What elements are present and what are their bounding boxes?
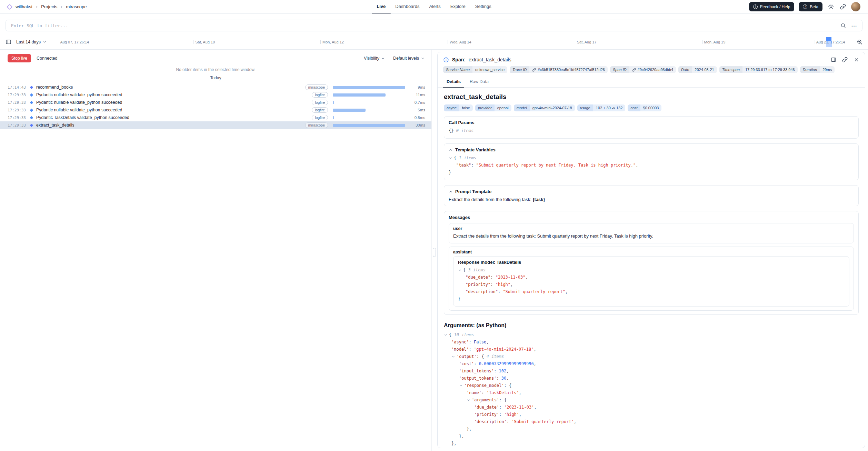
row-timestamp: 17:29:33 bbox=[8, 123, 30, 128]
org-logo-icon[interactable] bbox=[7, 4, 13, 10]
span-name: extract_task_details bbox=[469, 57, 511, 62]
copy-link-button[interactable] bbox=[842, 57, 848, 63]
beta-badge[interactable]: Beta bbox=[799, 2, 822, 11]
messages-title: Messages bbox=[449, 215, 854, 220]
badge[interactable]: cost$0.00003 bbox=[628, 104, 661, 111]
row-timestamp: 17:29:33 bbox=[8, 108, 30, 112]
badge[interactable]: Span ID#9c942620aa93dbb4 bbox=[610, 66, 676, 73]
default-levels-dropdown[interactable]: Default levels bbox=[393, 56, 425, 61]
collapse-caret-icon[interactable] bbox=[451, 355, 457, 359]
avatar[interactable] bbox=[851, 2, 860, 11]
breadcrumb-org[interactable]: willbakst bbox=[16, 4, 32, 9]
sql-filter-input[interactable] bbox=[11, 23, 835, 28]
list-item[interactable]: 17:29:33Pydantic TaskDetails validate_py… bbox=[0, 114, 431, 121]
badge[interactable]: Trace ID#c3b5157330ea5c1fd4572747af512d2… bbox=[510, 66, 608, 73]
list-item[interactable]: 17:29:33Pydantic nullable validate_pytho… bbox=[0, 99, 431, 106]
badge[interactable]: Duration29ms bbox=[800, 66, 835, 73]
breadcrumb-project[interactable]: mirascope bbox=[66, 4, 87, 9]
chevron-down-icon bbox=[421, 57, 425, 60]
timeline-tick: Wed, Aug 14 bbox=[448, 40, 471, 44]
duration-bar bbox=[333, 109, 405, 112]
zoom-icon[interactable] bbox=[857, 39, 862, 45]
tag-pill: logfire bbox=[312, 107, 328, 113]
collapse-caret-icon[interactable] bbox=[467, 398, 472, 402]
search-icon[interactable] bbox=[840, 23, 846, 28]
code-line: 'cost': 0.00003329999999999996, bbox=[444, 360, 859, 368]
breadcrumb-projects[interactable]: Projects bbox=[41, 4, 57, 9]
more-options-icon[interactable]: … bbox=[851, 24, 857, 27]
level-icon bbox=[30, 123, 33, 127]
collapse-caret-icon[interactable] bbox=[458, 268, 463, 272]
badge-label: Time span bbox=[719, 66, 742, 73]
code-line: 'async': False, bbox=[444, 339, 859, 346]
call-params-section: Call Params {} 0 items bbox=[444, 116, 859, 139]
message-role: assistant bbox=[453, 250, 849, 254]
badge-label: Duration bbox=[800, 66, 820, 73]
level-icon bbox=[30, 93, 33, 97]
collapse-caret-icon[interactable] bbox=[459, 384, 464, 388]
tab-explore[interactable]: Explore bbox=[446, 0, 470, 13]
chevron-down-icon bbox=[381, 57, 385, 60]
list-item[interactable]: 17:29:33extract_task_detailsmirascope30m… bbox=[0, 121, 431, 129]
tab-settings[interactable]: Settings bbox=[470, 0, 496, 13]
tab-dashboards[interactable]: Dashboards bbox=[390, 0, 424, 13]
response-model-json: { 3 items"due_date": "2023-11-03","prior… bbox=[458, 267, 845, 303]
code-line: "due_date": "2023-11-03", bbox=[458, 274, 845, 281]
close-button[interactable] bbox=[853, 57, 859, 63]
collapse-caret-icon[interactable] bbox=[444, 333, 449, 337]
timeline-selection[interactable] bbox=[826, 37, 831, 47]
level-icon bbox=[30, 101, 33, 104]
collapse-caret-icon[interactable] bbox=[449, 156, 454, 160]
code-line: 'description': 'Submit quarterly report'… bbox=[444, 418, 859, 425]
badge[interactable]: asyncfalse bbox=[444, 104, 473, 111]
tab-details[interactable]: Details bbox=[443, 76, 464, 88]
badge[interactable]: Service Nameunknown_service bbox=[443, 66, 507, 73]
tab-raw-data[interactable]: Raw Data bbox=[466, 76, 492, 88]
feed-toolbar: Stop live Connected Visibility Default l… bbox=[0, 50, 431, 64]
detail-tabs: Details Raw Data bbox=[438, 76, 865, 88]
time-range-select[interactable]: Last 14 days bbox=[16, 40, 47, 44]
badge[interactable]: modelgpt-4o-mini-2024-07-18 bbox=[514, 104, 575, 111]
tag-pill: logfire bbox=[312, 115, 328, 120]
default-levels-label: Default levels bbox=[393, 56, 419, 61]
duration-label: 5ms bbox=[405, 108, 425, 112]
user-message-card: user Extract the details from the follow… bbox=[449, 223, 854, 243]
feedback-help-button[interactable]: Feedback / Help bbox=[749, 2, 794, 11]
close-icon bbox=[854, 57, 859, 62]
share-link-button[interactable] bbox=[839, 3, 847, 11]
open-panel-button[interactable] bbox=[830, 57, 837, 63]
tab-live[interactable]: Live bbox=[372, 0, 390, 13]
tab-alerts[interactable]: Alerts bbox=[424, 0, 445, 13]
badge[interactable]: Date2024-08-21 bbox=[678, 66, 717, 73]
code-line: 'arguments': { bbox=[444, 397, 859, 404]
nav-right: Feedback / Help Beta bbox=[749, 2, 860, 11]
theme-toggle-button[interactable] bbox=[827, 3, 835, 11]
list-item[interactable]: 17:29:33Pydantic nullable validate_pytho… bbox=[0, 106, 431, 114]
stop-live-button[interactable]: Stop live bbox=[8, 54, 31, 62]
template-variables-header[interactable]: Template Variables bbox=[449, 147, 854, 152]
prompt-template-header[interactable]: Prompt Template bbox=[449, 189, 854, 194]
feedback-help-label: Feedback / Help bbox=[760, 4, 790, 9]
resize-handle[interactable] bbox=[433, 248, 436, 257]
tag-pill: mirascope bbox=[305, 84, 328, 90]
sql-filter-field[interactable]: … bbox=[6, 20, 862, 31]
info-icon bbox=[803, 4, 807, 9]
badge-value: 102 + 30 -> 132 bbox=[593, 104, 626, 111]
list-item[interactable]: 17:14:43recommend_booksmirascope9ms bbox=[0, 83, 431, 91]
badge[interactable]: Time span17:29:33.917 to 17:29:33.946 bbox=[719, 66, 798, 73]
badge[interactable]: provideropenai bbox=[475, 104, 511, 111]
badge-label: Span ID bbox=[610, 66, 629, 73]
sidebar-toggle-icon[interactable] bbox=[6, 39, 11, 45]
visibility-dropdown[interactable]: Visibility bbox=[364, 56, 385, 61]
tag-pill: logfire bbox=[312, 92, 328, 98]
span-name: Pydantic nullable validate_python succee… bbox=[36, 108, 122, 112]
list-item[interactable]: 17:29:33Pydantic nullable validate_pytho… bbox=[0, 91, 431, 99]
timeline-track[interactable]: Aug 07, 17:26:14Sat, Aug 10Mon, Aug 12We… bbox=[54, 37, 849, 47]
badge[interactable]: usage102 + 30 -> 132 bbox=[577, 104, 626, 111]
span-list: 17:14:43recommend_booksmirascope9ms17:29… bbox=[0, 83, 431, 451]
assistant-message-card: assistant Response model: TaskDetails { … bbox=[449, 247, 854, 311]
code-line: 'name': 'TaskDetails', bbox=[444, 389, 859, 397]
badge-value: openai bbox=[495, 104, 511, 111]
span-name: recommend_books bbox=[36, 85, 73, 90]
content-area: Stop live Connected Visibility Default l… bbox=[0, 50, 868, 451]
